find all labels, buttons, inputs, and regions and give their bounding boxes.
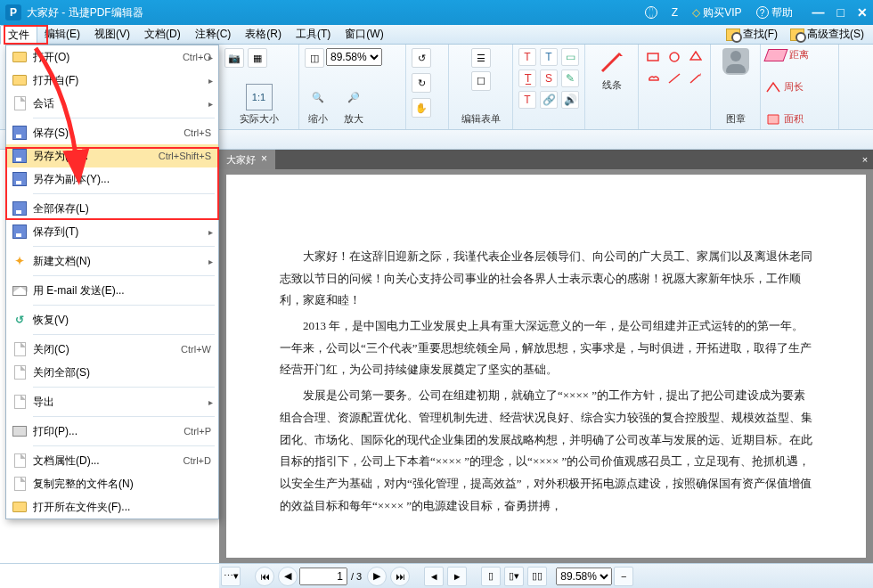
options-button[interactable]: ⋯▾ <box>221 567 241 586</box>
save-icon <box>12 126 27 140</box>
form-select-icon[interactable]: ☐ <box>471 71 491 91</box>
single-page-button[interactable]: ▯ <box>481 567 501 586</box>
maximize-button[interactable]: □ <box>837 5 844 20</box>
menu-reveal[interactable]: 打开所在文件夹(F)... <box>6 495 218 519</box>
menu-open-from[interactable]: 打开自(F) <box>6 69 218 92</box>
menu-save-all[interactable]: 全部保存(L) <box>6 197 218 220</box>
audio-icon[interactable]: 🔊 <box>561 91 579 109</box>
menu-close[interactable]: 关闭(C)Ctrl+W <box>6 338 218 361</box>
eraser-icon[interactable] <box>763 49 787 61</box>
strike-icon[interactable]: S <box>540 69 558 87</box>
menu-window[interactable]: 窗口(W) <box>338 25 390 44</box>
shape-arrow-icon[interactable] <box>687 69 705 87</box>
menu-open[interactable]: 打开(O)Ctrl+O <box>6 45 218 69</box>
menu-table[interactable]: 表格(R) <box>238 25 289 44</box>
menu-file[interactable]: 文件 <box>0 25 37 45</box>
menu-new-doc[interactable]: ✦新建文档(N) <box>6 249 218 273</box>
shape-line-icon[interactable] <box>665 69 683 87</box>
title-bar: P 大家好 - 迅捷PDF编辑器 Z ◇购买VIP ?帮助 — □ ✕ <box>0 0 873 25</box>
nav-back-button[interactable]: ◄ <box>424 567 444 586</box>
zoom-select[interactable]: 89.58% <box>326 48 382 66</box>
menu-edit[interactable]: 编辑(E) <box>37 25 87 44</box>
actual-size-button[interactable]: 1:1 实际大小 <box>224 84 293 126</box>
underline-icon[interactable]: T̲ <box>518 69 536 87</box>
user-label[interactable]: Z <box>672 6 678 19</box>
callout-icon[interactable]: T <box>518 91 536 109</box>
menu-document[interactable]: 文档(D) <box>137 25 188 44</box>
sync-icon[interactable] <box>645 6 657 19</box>
zoom-dec-button[interactable]: − <box>614 567 633 586</box>
facing-button[interactable]: ▯▯ <box>527 567 547 586</box>
shape-cloud-icon[interactable] <box>644 69 662 87</box>
menu-session[interactable]: 会话 <box>6 92 218 115</box>
zoom-out-button[interactable]: 🔍 缩小 <box>305 84 331 126</box>
dist-label[interactable]: 距离 <box>789 48 809 61</box>
menu-props[interactable]: 文档属性(D)...Ctrl+D <box>6 449 218 472</box>
highlight-icon[interactable]: ▭ <box>561 48 579 66</box>
advanced-find-button[interactable]: 高级查找(S) <box>787 27 868 42</box>
menu-save-copy[interactable]: 另存为副本(Y)... <box>6 167 218 191</box>
help-button[interactable]: ?帮助 <box>756 5 793 20</box>
menu-comment[interactable]: 注释(C) <box>188 25 239 44</box>
tab-close-icon[interactable]: × <box>261 152 272 165</box>
svg-rect-0 <box>648 53 658 61</box>
menu-print[interactable]: 打印(P)...Ctrl+P <box>6 420 218 443</box>
zoom-in-button[interactable]: 🔎 放大 <box>340 84 367 126</box>
prev-page-button[interactable]: ◀ <box>278 567 298 586</box>
close-all-tabs-icon[interactable]: × <box>857 150 873 169</box>
ribbon-group-zoom: 📷 ▦ 1:1 实际大小 <box>219 45 299 129</box>
shape-rect-icon[interactable] <box>644 48 662 66</box>
perimeter-icon[interactable] <box>766 81 780 94</box>
last-page-button[interactable]: ⏭ <box>390 567 410 586</box>
nav-fwd-button[interactable]: ► <box>447 567 467 586</box>
shape-circle-icon[interactable] <box>665 48 683 66</box>
shape-poly-icon[interactable] <box>687 48 705 66</box>
ribbon-group-shapes <box>639 45 711 129</box>
find-icon <box>726 29 740 41</box>
menu-revert[interactable]: ↺恢复(V) <box>6 308 218 331</box>
svg-marker-5 <box>699 73 701 77</box>
edit-form-button[interactable]: 编辑表单 <box>454 112 507 126</box>
hand-icon[interactable]: ✋ <box>412 98 431 118</box>
area-icon[interactable] <box>766 113 780 126</box>
close-button[interactable]: ✕ <box>857 5 868 20</box>
status-bar: ⋯▾ ⏮ ◀ / 3 ▶ ⏭ ◄ ► ▯ ▯▾ ▯▯ 89.58% − <box>0 563 873 588</box>
menu-save[interactable]: 保存(S)Ctrl+S <box>6 121 218 144</box>
menu-file-label: 文件 <box>8 28 29 43</box>
fit-page-icon[interactable]: ◫ <box>305 48 324 68</box>
status-zoom-select[interactable]: 89.58% <box>556 568 612 585</box>
note-icon[interactable]: ✎ <box>561 69 579 87</box>
rotate-right-icon[interactable]: ↻ <box>412 73 431 93</box>
snapshot-icon[interactable]: ▦ <box>248 48 267 68</box>
next-page-button[interactable]: ▶ <box>367 567 387 586</box>
stamp-avatar-icon[interactable] <box>722 48 749 75</box>
menu-close-all[interactable]: 关闭全部(S) <box>6 361 218 384</box>
rotate-left-icon[interactable]: ↺ <box>412 48 431 68</box>
perim-label[interactable]: 周长 <box>784 80 804 94</box>
menu-tools[interactable]: 工具(T) <box>289 25 338 44</box>
doc-para-1: 大家好！在这辞旧迎新之际，我谨代表企业各层领导们、向公司的广大员工、家属们以及离… <box>280 246 812 312</box>
menu-save-to[interactable]: 保存到(T) <box>6 220 218 243</box>
window-title: 大家好 - 迅捷PDF编辑器 <box>27 5 143 20</box>
form-list-icon[interactable]: ☰ <box>471 48 491 68</box>
find-button[interactable]: 查找(F) <box>722 27 781 42</box>
area-label[interactable]: 面积 <box>784 112 804 126</box>
folder-icon <box>12 75 27 86</box>
first-page-button[interactable]: ⏮ <box>255 567 274 586</box>
text-box-icon[interactable]: T <box>518 48 536 66</box>
camera-icon[interactable]: 📷 <box>224 48 244 68</box>
doc-tab[interactable]: 大家好 × <box>219 150 275 169</box>
menu-email[interactable]: 用 E-mail 发送(E)... <box>6 279 218 302</box>
menu-export[interactable]: 导出 <box>6 390 218 413</box>
menu-view[interactable]: 视图(V) <box>87 25 137 44</box>
text-tool-icon[interactable]: T <box>540 48 558 66</box>
link-icon[interactable]: 🔗 <box>540 91 558 109</box>
ribbon-group-lines: 线条 <box>585 45 639 129</box>
buy-vip-button[interactable]: ◇购买VIP <box>692 5 741 20</box>
menu-copy-name[interactable]: 复制完整的文件名(N) <box>6 472 218 495</box>
new-icon: ✦ <box>12 254 27 268</box>
continuous-button[interactable]: ▯▾ <box>504 567 524 586</box>
minimize-button[interactable]: — <box>812 5 825 20</box>
page-number-input[interactable] <box>299 568 347 585</box>
menu-save-as[interactable]: 另存为(A)...Ctrl+Shift+S <box>6 144 218 167</box>
